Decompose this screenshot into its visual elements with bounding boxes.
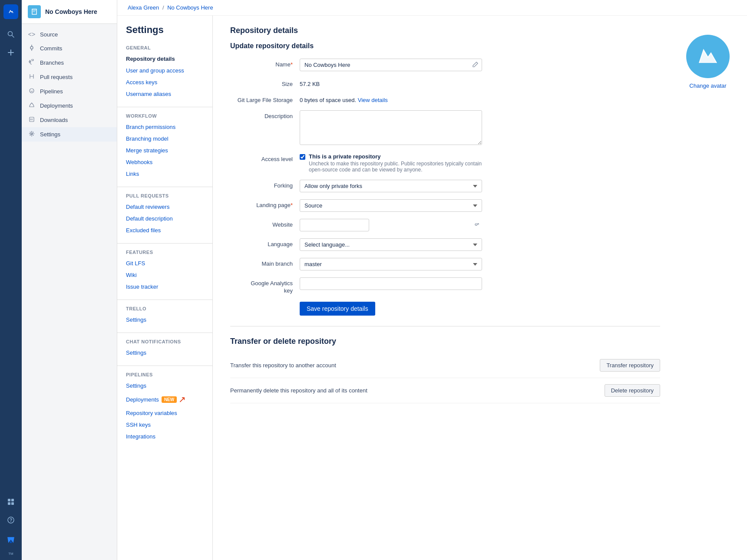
commits-icon [28, 45, 36, 52]
forking-select[interactable]: Allow only private forks Allow all forks… [300, 180, 482, 192]
name-input[interactable] [300, 59, 482, 71]
git-lfs-link[interactable]: View details [358, 97, 388, 103]
access-level-checkbox-row: This is a private repository Uncheck to … [300, 153, 482, 173]
settings-link-trello-settings[interactable]: Settings [117, 314, 212, 326]
settings-section-chat: CHAT NOTIFICATIONS Settings [117, 336, 212, 359]
breadcrumb-user[interactable]: Alexa Green [128, 4, 159, 11]
sidebar-nav: <> Source Commits Branches Pull requests [22, 24, 117, 145]
settings-link-access-keys[interactable]: Access keys [117, 76, 212, 88]
git-lfs-label: Git Large File Storage [230, 94, 300, 103]
section-title-pr: PULL REQUESTS [117, 191, 212, 201]
trademark: TM [8, 552, 13, 556]
help-icon[interactable]: ? [3, 513, 18, 527]
website-input[interactable] [300, 219, 369, 231]
add-icon[interactable] [3, 45, 18, 60]
settings-link-issue-tracker[interactable]: Issue tracker [117, 281, 212, 293]
grid-icon[interactable] [3, 494, 18, 509]
transfer-section: Transfer this repository to another acco… [230, 353, 660, 403]
landing-page-select[interactable]: Source Commits Branches Pull requests Pi… [300, 199, 482, 212]
svg-rect-7 [8, 502, 10, 505]
pull-requests-icon [28, 73, 36, 81]
main-branch-select[interactable]: master main develop [300, 258, 482, 270]
description-input[interactable] [300, 110, 482, 145]
sidebar-item-deployments[interactable]: Deployments [22, 99, 117, 113]
section-title-workflow: WORKFLOW [117, 111, 212, 121]
settings-link-merge-strategies[interactable]: Merge strategies [117, 145, 212, 156]
search-icon[interactable] [3, 27, 18, 42]
svg-point-14 [30, 89, 34, 93]
icon-bar: ? TM [0, 0, 22, 560]
avatar-area: Change avatar [686, 26, 730, 89]
settings-section-pipelines: PIPELINES Settings Deployments NEW ↗ Rep… [117, 369, 212, 442]
settings-link-default-description[interactable]: Default description [117, 213, 212, 224]
breadcrumb-repo[interactable]: No Cowboys Here [167, 4, 213, 11]
settings-link-links[interactable]: Links [117, 168, 212, 180]
page-title: Settings [117, 24, 212, 43]
app-logo[interactable] [3, 4, 18, 19]
form-row-landing-page: Landing page* Source Commits Branches Pu… [230, 199, 660, 212]
settings-section-trello: TRELLO Settings [117, 303, 212, 326]
pipelines-icon [28, 88, 36, 95]
sidebar-item-downloads[interactable]: Downloads [22, 113, 117, 127]
settings-link-branching-model[interactable]: Branching model [117, 133, 212, 145]
breadcrumb-separator: / [162, 4, 164, 11]
transfer-button[interactable]: Transfer repository [600, 359, 660, 372]
svg-text:?: ? [10, 517, 13, 523]
settings-section-pr: PULL REQUESTS Default reviewers Default … [117, 191, 212, 236]
sidebar-item-pull-requests[interactable]: Pull requests [22, 70, 117, 84]
settings-link-username-aliases[interactable]: Username aliases [117, 88, 212, 100]
edit-icon [473, 61, 479, 69]
form-row-name: Name* [230, 59, 660, 71]
settings-link-chat-settings[interactable]: Settings [117, 347, 212, 359]
form-row-forking: Forking Allow only private forks Allow a… [230, 180, 660, 192]
delete-row: Permanently delete this repository and a… [230, 378, 660, 403]
sidebar-item-branches[interactable]: Branches [22, 56, 117, 70]
name-label: Name* [230, 59, 300, 68]
form-row-ga-key: Google Analyticskey [230, 277, 660, 295]
settings-link-branch-permissions[interactable]: Branch permissions [117, 121, 212, 133]
save-button[interactable]: Save repository details [300, 302, 375, 316]
access-level-checkbox[interactable] [300, 154, 305, 160]
page-content: Settings GENERAL Repository details User… [117, 16, 747, 560]
settings-link-default-reviewers[interactable]: Default reviewers [117, 201, 212, 213]
language-select[interactable]: Select language... Python JavaScript Jav… [300, 238, 482, 251]
svg-rect-15 [30, 117, 34, 122]
svg-point-18 [31, 133, 33, 135]
form-row-access-level: Access level This is a private repositor… [230, 153, 660, 173]
settings-link-repo-variables[interactable]: Repository variables [117, 407, 212, 419]
sidebar-item-pipelines[interactable]: Pipelines [22, 84, 117, 99]
settings-section-features: FEATURES Git LFS Wiki Issue tracker [117, 247, 212, 293]
sidebar-item-label: Downloads [40, 117, 68, 123]
sidebar-item-commits[interactable]: Commits [22, 41, 117, 56]
settings-link-excluded-files[interactable]: Excluded files [117, 224, 212, 236]
delete-desc: Permanently delete this repository and a… [230, 387, 367, 394]
downloads-icon [28, 116, 36, 124]
settings-link-pipelines-settings[interactable]: Settings [117, 380, 212, 392]
branches-icon [28, 59, 36, 66]
svg-line-2 [12, 36, 14, 38]
settings-link-wiki[interactable]: Wiki [117, 269, 212, 281]
settings-link-integrations[interactable]: Integrations [117, 431, 212, 442]
ga-key-label: Google Analyticskey [230, 277, 300, 295]
sidebar-header: No Cowboys Here [22, 0, 117, 24]
settings-link-repo-details[interactable]: Repository details [117, 53, 212, 65]
section-title-features: FEATURES [117, 247, 212, 257]
form-row-main-branch: Main branch master main develop [230, 258, 660, 270]
main-branch-label: Main branch [230, 258, 300, 267]
settings-link-user-group[interactable]: User and group access [117, 65, 212, 76]
size-label: Size [230, 78, 300, 87]
sidebar-item-settings[interactable]: Settings [22, 127, 117, 142]
settings-link-git-lfs[interactable]: Git LFS [117, 257, 212, 269]
settings-link-deployments[interactable]: Deployments NEW ↗ [117, 392, 212, 407]
transfer-desc: Transfer this repository to another acco… [230, 362, 336, 369]
svg-point-11 [30, 46, 33, 49]
website-label: Website [230, 219, 300, 228]
ga-key-input[interactable] [300, 277, 482, 290]
settings-link-webhooks[interactable]: Webhooks [117, 156, 212, 168]
change-avatar-link[interactable]: Change avatar [689, 82, 726, 89]
settings-link-ssh-keys[interactable]: SSH keys [117, 419, 212, 431]
sidebar-item-source[interactable]: <> Source [22, 27, 117, 41]
sidebar-item-label: Branches [40, 59, 64, 66]
delete-button[interactable]: Delete repository [605, 384, 660, 397]
section-title-trello: TRELLO [117, 303, 212, 314]
